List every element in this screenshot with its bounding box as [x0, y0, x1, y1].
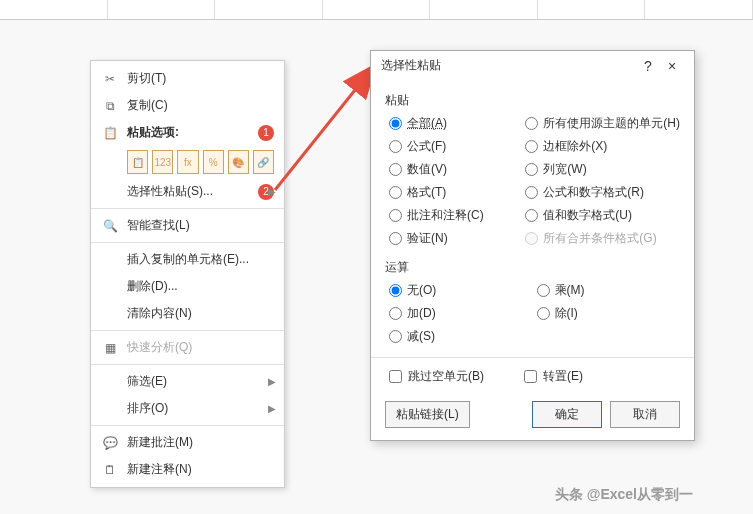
check-skip-blanks[interactable]: 跳过空单元(B) — [389, 368, 484, 385]
menu-quick-analysis-label: 快速分析(Q) — [127, 339, 274, 356]
radio-values-num-fmt[interactable]: 值和数字格式(U) — [525, 207, 680, 224]
chevron-right-icon: ▶ — [268, 376, 276, 387]
chevron-right-icon: ▶ — [268, 186, 276, 197]
menu-smart-lookup-label: 智能查找(L) — [127, 217, 274, 234]
paste-radio-group: 全部(A) 所有使用源主题的单元(H) 公式(F) 边框除外(X) 数值(V) … — [385, 113, 680, 253]
dialog-title: 选择性粘贴 — [381, 57, 636, 74]
paste-icon-row: 📋 123 fx % 🎨 🔗 — [91, 146, 284, 178]
ops-radio-group: 无(O) 乘(M) 加(D) 除(I) 减(S) — [385, 280, 680, 351]
ok-button[interactable]: 确定 — [532, 401, 602, 428]
menu-copy-label: 复制(C) — [127, 97, 274, 114]
menu-separator — [91, 330, 284, 331]
menu-paste-options[interactable]: 📋 粘贴选项: 1 — [91, 119, 284, 146]
menu-cut[interactable]: ✂ 剪切(T) — [91, 65, 284, 92]
menu-separator — [91, 425, 284, 426]
paste-link-button[interactable]: 粘贴链接(L) — [385, 401, 470, 428]
paste-icon-all[interactable]: 📋 — [127, 150, 148, 174]
svg-line-1 — [275, 65, 375, 190]
chevron-right-icon: ▶ — [268, 403, 276, 414]
note-icon: 🗒 — [101, 462, 119, 478]
radio-op-divide[interactable]: 除(I) — [537, 305, 681, 322]
cancel-button[interactable]: 取消 — [610, 401, 680, 428]
radio-values[interactable]: 数值(V) — [389, 161, 521, 178]
menu-new-comment-label: 新建批注(M) — [127, 434, 274, 451]
close-button[interactable]: × — [660, 58, 684, 74]
radio-op-multiply[interactable]: 乘(M) — [537, 282, 681, 299]
menu-new-note[interactable]: 🗒 新建注释(N) — [91, 456, 284, 483]
context-menu: ✂ 剪切(T) ⧉ 复制(C) 📋 粘贴选项: 1 📋 123 fx % 🎨 🔗… — [90, 60, 285, 488]
menu-filter-label: 筛选(E) — [127, 373, 274, 390]
scissors-icon: ✂ — [101, 71, 119, 87]
menu-delete[interactable]: 删除(D)... — [91, 273, 284, 300]
copy-icon: ⧉ — [101, 98, 119, 114]
menu-filter[interactable]: 筛选(E) ▶ — [91, 368, 284, 395]
menu-delete-label: 删除(D)... — [127, 278, 274, 295]
menu-insert-copied[interactable]: 插入复制的单元格(E)... — [91, 246, 284, 273]
ops-group-label: 运算 — [385, 259, 680, 276]
menu-new-note-label: 新建注释(N) — [127, 461, 274, 478]
menu-cut-label: 剪切(T) — [127, 70, 274, 87]
radio-all-source-theme[interactable]: 所有使用源主题的单元(H) — [525, 115, 680, 132]
help-button[interactable]: ? — [636, 58, 660, 74]
menu-clear[interactable]: 清除内容(N) — [91, 300, 284, 327]
radio-op-add[interactable]: 加(D) — [389, 305, 533, 322]
paste-icon-formulas[interactable]: fx — [177, 150, 198, 174]
clipboard-icon: 📋 — [101, 125, 119, 141]
radio-col-widths[interactable]: 列宽(W) — [525, 161, 680, 178]
paste-special-dialog: 选择性粘贴 ? × 粘贴 全部(A) 所有使用源主题的单元(H) 公式(F) 边… — [370, 50, 695, 441]
radio-op-subtract[interactable]: 减(S) — [389, 328, 533, 345]
spreadsheet-header — [0, 0, 753, 20]
menu-smart-lookup[interactable]: 🔍 智能查找(L) — [91, 212, 284, 239]
badge-1: 1 — [258, 125, 274, 141]
paste-icon-source-fmt[interactable]: 🎨 — [228, 150, 249, 174]
radio-formulas[interactable]: 公式(F) — [389, 138, 521, 155]
menu-separator — [91, 364, 284, 365]
menu-new-comment[interactable]: 💬 新建批注(M) — [91, 429, 284, 456]
menu-quick-analysis: ▦ 快速分析(Q) — [91, 334, 284, 361]
radio-except-borders[interactable]: 边框除外(X) — [525, 138, 680, 155]
radio-formats[interactable]: 格式(T) — [389, 184, 521, 201]
comment-icon: 💬 — [101, 435, 119, 451]
radio-formulas-num-fmt[interactable]: 公式和数字格式(R) — [525, 184, 680, 201]
menu-sort[interactable]: 排序(O) ▶ — [91, 395, 284, 422]
menu-sort-label: 排序(O) — [127, 400, 274, 417]
dialog-titlebar: 选择性粘贴 ? × — [371, 51, 694, 80]
menu-paste-special[interactable]: 选择性粘贴(S)... 2 ▶ — [91, 178, 284, 205]
radio-comments[interactable]: 批注和注释(C) — [389, 207, 521, 224]
menu-separator — [91, 208, 284, 209]
menu-clear-label: 清除内容(N) — [127, 305, 274, 322]
paste-icon-values[interactable]: 123 — [152, 150, 173, 174]
paste-icon-link[interactable]: 🔗 — [253, 150, 274, 174]
menu-insert-copied-label: 插入复制的单元格(E)... — [127, 251, 274, 268]
radio-op-none[interactable]: 无(O) — [389, 282, 533, 299]
quick-analysis-icon: ▦ — [101, 340, 119, 356]
search-icon: 🔍 — [101, 218, 119, 234]
radio-all[interactable]: 全部(A) — [389, 115, 521, 132]
check-transpose[interactable]: 转置(E) — [524, 368, 583, 385]
radio-all-merge-cond: 所有合并条件格式(G) — [525, 230, 680, 247]
paste-icon-formatting[interactable]: % — [203, 150, 224, 174]
dialog-separator — [371, 357, 694, 358]
menu-paste-special-label: 选择性粘贴(S)... — [127, 183, 254, 200]
radio-validation[interactable]: 验证(N) — [389, 230, 521, 247]
menu-separator — [91, 242, 284, 243]
menu-copy[interactable]: ⧉ 复制(C) — [91, 92, 284, 119]
paste-group-label: 粘贴 — [385, 92, 680, 109]
watermark: 头条 @Excel从零到一 — [555, 486, 693, 504]
menu-paste-options-label: 粘贴选项: — [127, 125, 179, 139]
